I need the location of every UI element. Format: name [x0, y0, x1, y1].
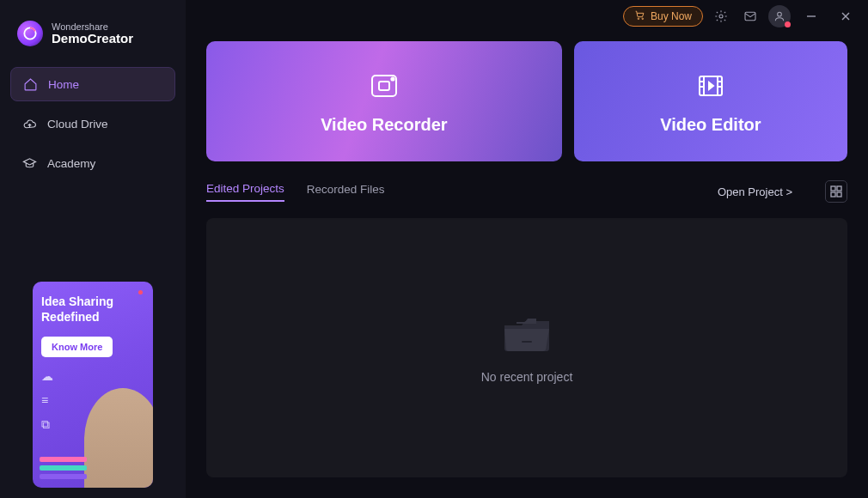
minimize-icon	[806, 11, 816, 21]
svg-point-1	[638, 18, 639, 20]
account-button[interactable]	[768, 5, 791, 27]
close-icon	[840, 11, 851, 21]
logo: Wondershare DemoCreator	[10, 21, 175, 67]
svg-rect-4	[745, 12, 755, 20]
user-icon	[773, 10, 785, 22]
sidebar: Wondershare DemoCreator Home Cloud Drive…	[0, 0, 186, 498]
content: Video Recorder Video Editor Edited Proje…	[186, 29, 868, 498]
nav: Home Cloud Drive Academy	[10, 67, 175, 180]
promo-title-line2: Redefined	[41, 309, 144, 325]
mail-icon	[743, 9, 757, 23]
nav-cloud-label: Cloud Drive	[47, 118, 108, 131]
nav-home-label: Home	[48, 78, 79, 91]
promo-person-image	[84, 388, 153, 488]
promo-know-more-button[interactable]: Know More	[41, 337, 113, 357]
promo-panel[interactable]: Idea Sharing Redefined Know More ☁ ≡ ⧉	[33, 282, 153, 488]
tab-recorded-files[interactable]: Recorded Files	[307, 183, 385, 201]
svg-point-2	[642, 18, 644, 20]
grid-icon	[830, 185, 842, 197]
tab-edited-projects[interactable]: Edited Projects	[206, 182, 284, 202]
logo-text: Wondershare DemoCreator	[52, 21, 133, 46]
gear-icon	[714, 9, 728, 23]
logo-mark-icon	[17, 21, 43, 46]
tabs-row: Edited Projects Recorded Files Open Proj…	[206, 180, 847, 203]
promo-bars-icon	[40, 457, 87, 479]
nav-cloud-drive[interactable]: Cloud Drive	[10, 106, 175, 141]
svg-point-5	[778, 12, 782, 16]
projects-pane: No recent project	[206, 218, 847, 477]
home-icon	[23, 77, 38, 92]
promo-title-line1: Idea Sharing	[41, 294, 144, 309]
empty-message: No recent project	[481, 370, 573, 384]
buy-now-button[interactable]: Buy Now	[623, 6, 703, 27]
grid-view-button[interactable]	[825, 180, 847, 203]
video-recorder-label: Video Recorder	[321, 115, 447, 135]
titlebar: Buy Now	[186, 0, 868, 29]
svg-point-11	[391, 77, 394, 80]
academy-icon	[22, 156, 37, 171]
promo-cloud-icon: ☁	[41, 369, 144, 383]
svg-rect-20	[837, 186, 841, 191]
svg-rect-23	[522, 341, 532, 343]
cart-icon	[634, 9, 645, 23]
promo-title: Idea Sharing Redefined	[41, 294, 144, 325]
svg-rect-22	[837, 192, 841, 197]
svg-rect-19	[831, 186, 835, 191]
mail-button[interactable]	[739, 5, 761, 27]
logo-product: DemoCreator	[52, 32, 133, 46]
empty-folder-icon	[499, 312, 554, 355]
close-button[interactable]	[832, 5, 859, 27]
video-editor-label: Video Editor	[660, 115, 761, 135]
cloud-icon	[22, 117, 37, 131]
nav-home[interactable]: Home	[10, 67, 175, 101]
logo-brand: Wondershare	[52, 21, 133, 32]
svg-rect-10	[379, 82, 389, 90]
editor-icon	[694, 69, 728, 103]
minimize-button[interactable]	[798, 5, 825, 27]
buy-now-label: Buy Now	[651, 10, 692, 22]
video-editor-card[interactable]: Video Editor	[574, 41, 847, 161]
recorder-icon	[367, 69, 401, 103]
nav-academy-label: Academy	[47, 157, 95, 170]
settings-button[interactable]	[710, 5, 732, 27]
video-recorder-card[interactable]: Video Recorder	[206, 41, 562, 161]
action-cards: Video Recorder Video Editor	[206, 41, 847, 161]
promo-notification-dot-icon	[138, 290, 143, 295]
svg-point-3	[719, 15, 723, 18]
open-project-button[interactable]: Open Project >	[718, 185, 792, 198]
svg-rect-21	[831, 192, 835, 197]
nav-academy[interactable]: Academy	[10, 146, 175, 180]
main: Buy Now Video Recorder	[186, 0, 868, 498]
